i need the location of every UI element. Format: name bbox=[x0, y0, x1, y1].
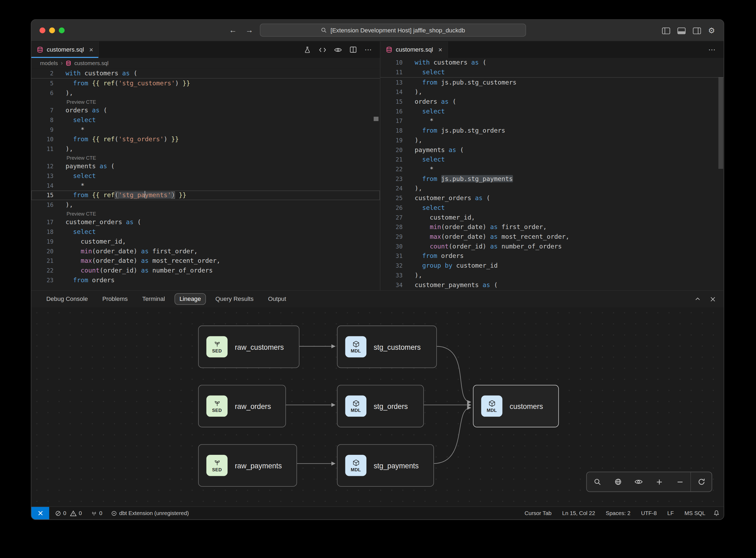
code-line[interactable]: 27 customer_id, bbox=[381, 213, 724, 223]
code-line[interactable]: 19), bbox=[381, 135, 724, 145]
line-number[interactable]: 26 bbox=[381, 203, 402, 213]
code-line[interactable]: 13 select bbox=[31, 171, 380, 181]
line-number[interactable]: 17 bbox=[381, 116, 402, 126]
minimize-window-button[interactable] bbox=[49, 28, 55, 33]
cursor-tab-status[interactable]: Cursor Tab bbox=[522, 510, 554, 516]
line-number[interactable]: 11 bbox=[381, 68, 402, 77]
more-actions-icon[interactable]: ⋯ bbox=[365, 45, 372, 54]
line-number[interactable]: 18 bbox=[381, 126, 402, 135]
lineage-node-stg_payments[interactable]: MDLstg_payments bbox=[337, 444, 434, 487]
close-panel-icon[interactable] bbox=[710, 296, 716, 302]
line-number[interactable]: 28 bbox=[381, 222, 402, 232]
line-number[interactable]: 25 bbox=[381, 194, 402, 203]
line-number[interactable]: 16 bbox=[31, 200, 53, 210]
indentation-status[interactable]: Spaces: 2 bbox=[603, 510, 633, 516]
code-line[interactable]: 22 count(order_id) as number_of_orders bbox=[31, 266, 380, 276]
code-line[interactable]: 23 from js.pub.stg_payments bbox=[381, 174, 724, 184]
line-number[interactable]: 22 bbox=[381, 164, 402, 174]
line-number[interactable]: 18 bbox=[31, 227, 53, 237]
lineage-node-customers[interactable]: MDLcustomers bbox=[473, 385, 559, 427]
close-window-button[interactable] bbox=[40, 28, 45, 33]
line-number[interactable]: 14 bbox=[31, 181, 53, 191]
line-number[interactable]: 19 bbox=[381, 135, 402, 145]
close-tab-icon[interactable]: × bbox=[89, 46, 94, 54]
toggle-panel-icon[interactable] bbox=[677, 27, 685, 34]
code-line[interactable]: 34customer_payments as ( bbox=[381, 280, 724, 290]
eye-icon[interactable] bbox=[334, 47, 342, 53]
code-line[interactable]: 18 from js.pub.stg_orders bbox=[381, 126, 724, 135]
code-line[interactable]: 6), bbox=[31, 88, 380, 98]
zoom-window-button[interactable] bbox=[59, 28, 64, 33]
code-line[interactable]: 13 from js.pub.stg_customers bbox=[381, 78, 724, 87]
code-line[interactable]: 32 group by customer_id bbox=[381, 261, 724, 271]
code-line[interactable]: 12payments as ( bbox=[31, 161, 380, 171]
breadcrumb-file[interactable]: customers.sql bbox=[74, 60, 108, 66]
code-line[interactable]: 10 from {{ ref('stg_orders') }} bbox=[31, 134, 380, 144]
code-line[interactable]: 11), bbox=[31, 144, 380, 154]
ports-status[interactable]: 0 bbox=[88, 510, 105, 516]
line-number[interactable]: 7 bbox=[31, 106, 53, 115]
panel-tab-query-results[interactable]: Query Results bbox=[211, 293, 258, 305]
line-number[interactable]: 29 bbox=[381, 232, 402, 242]
toggle-secondary-sidebar-icon[interactable] bbox=[693, 27, 701, 34]
panel-tab-problems[interactable]: Problems bbox=[98, 293, 133, 305]
flask-icon[interactable] bbox=[304, 46, 311, 53]
line-number[interactable]: 10 bbox=[381, 58, 402, 68]
code-line[interactable]: 24), bbox=[381, 184, 724, 194]
line-number[interactable]: 13 bbox=[381, 78, 402, 87]
zoom-in-icon[interactable] bbox=[649, 472, 670, 491]
code-line[interactable]: 19 customer_id, bbox=[31, 237, 380, 247]
code-line[interactable]: 18 select bbox=[31, 227, 380, 237]
code-line[interactable]: 17 * bbox=[381, 116, 724, 126]
line-number[interactable]: 10 bbox=[31, 134, 53, 144]
remote-indicator[interactable] bbox=[31, 507, 49, 519]
cursor-position-status[interactable]: Ln 15, Col 22 bbox=[559, 510, 598, 516]
line-number[interactable]: 27 bbox=[381, 213, 402, 223]
code-line[interactable]: 16 select bbox=[381, 107, 724, 117]
toggle-primary-sidebar-icon[interactable] bbox=[662, 27, 670, 34]
line-number[interactable]: 23 bbox=[31, 276, 53, 285]
editor-source[interactable]: 2with customers as ( 5 from {{ ref('stg_… bbox=[31, 69, 380, 290]
code-line[interactable]: 20payments as ( bbox=[381, 145, 724, 155]
line-number[interactable]: 8 bbox=[31, 115, 53, 125]
dbt-extension-status[interactable]: dbt Extension (unregistered) bbox=[108, 510, 192, 516]
code-line[interactable]: 20 min(order_date) as first_order, bbox=[31, 247, 380, 256]
line-number[interactable]: 11 bbox=[31, 144, 53, 154]
code-line[interactable]: 5 from {{ ref('stg_customers') }} bbox=[31, 79, 380, 88]
compiled-code-icon[interactable] bbox=[319, 47, 327, 53]
refresh-icon[interactable] bbox=[690, 472, 712, 491]
lineage-node-stg_orders[interactable]: MDLstg_orders bbox=[337, 385, 424, 427]
panel-tab-terminal[interactable]: Terminal bbox=[137, 293, 170, 305]
codelens-preview-cte[interactable]: Preview CTE bbox=[31, 210, 380, 218]
tab-customers-sql-source[interactable]: customers.sql × bbox=[31, 42, 99, 58]
more-actions-icon[interactable]: ⋯ bbox=[708, 45, 716, 54]
line-number[interactable]: 22 bbox=[31, 266, 53, 276]
lineage-search-button[interactable] bbox=[587, 472, 607, 491]
scrollbar-thumb[interactable] bbox=[719, 77, 723, 169]
panel-tab-lineage[interactable]: Lineage bbox=[175, 293, 206, 305]
code-line[interactable]: 25customer_orders as ( bbox=[381, 194, 724, 203]
line-number[interactable]: 19 bbox=[31, 237, 53, 247]
command-center-search[interactable]: [Extension Development Host] jaffle_shop… bbox=[260, 24, 526, 37]
split-editor-icon[interactable] bbox=[350, 46, 357, 53]
zoom-out-icon[interactable] bbox=[670, 472, 690, 491]
chevron-up-icon[interactable] bbox=[694, 296, 701, 303]
codelens-preview-cte[interactable]: Preview CTE bbox=[31, 154, 380, 162]
line-number[interactable]: 33 bbox=[381, 271, 402, 280]
code-line[interactable]: 10with customers as ( bbox=[381, 58, 724, 68]
lineage-canvas[interactable]: SEDraw_customersMDLstg_customersSEDraw_o… bbox=[31, 307, 724, 507]
line-number[interactable]: 21 bbox=[381, 155, 402, 164]
breadcrumb[interactable]: models › customers.sql bbox=[31, 58, 380, 68]
line-number[interactable]: 31 bbox=[381, 251, 402, 261]
line-number[interactable]: 20 bbox=[31, 247, 53, 256]
eye-icon[interactable] bbox=[628, 472, 649, 491]
line-number[interactable]: 14 bbox=[381, 87, 402, 97]
tab-customers-sql-compiled[interactable]: customers.sql × bbox=[381, 42, 448, 58]
code-line[interactable]: 11 select bbox=[381, 68, 724, 77]
line-number[interactable]: 6 bbox=[31, 88, 53, 98]
code-line[interactable]: 14), bbox=[381, 87, 724, 97]
lineage-node-stg_customers[interactable]: MDLstg_customers bbox=[337, 326, 437, 368]
code-line[interactable]: 22 * bbox=[381, 164, 724, 174]
globe-icon[interactable] bbox=[607, 472, 628, 491]
line-number[interactable]: 9 bbox=[31, 125, 53, 135]
